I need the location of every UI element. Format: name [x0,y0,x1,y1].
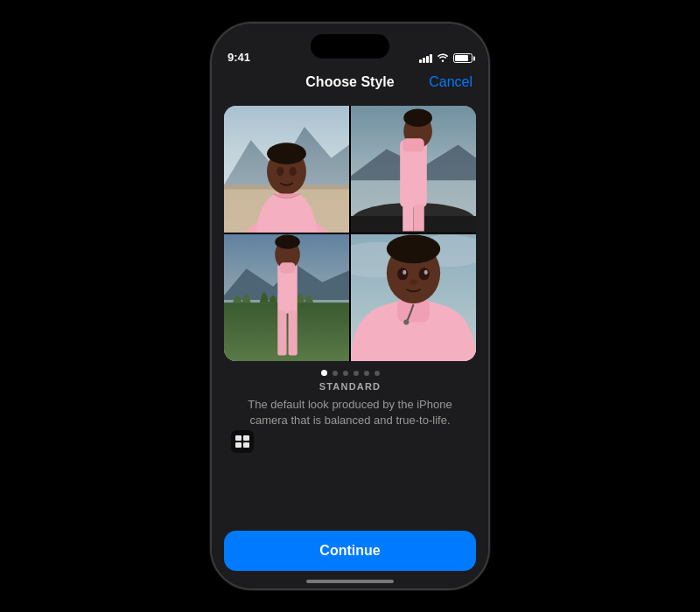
continue-button[interactable]: Continue [224,531,476,571]
svg-rect-16 [402,205,413,232]
phone-frame: 9:41 [210,22,490,590]
photo-grid [224,106,476,361]
dot-4 [354,371,359,376]
wifi-icon [437,52,449,64]
pagination-dots [321,370,380,376]
style-label: STANDARD [319,381,382,392]
svg-rect-27 [279,262,295,273]
content-area: STANDARD The default look produced by th… [212,99,488,524]
dot-1 [321,370,327,376]
svg-point-34 [387,234,440,263]
status-time: 9:41 [228,51,250,64]
phone-screen: 9:41 [212,24,488,588]
svg-rect-17 [414,205,424,232]
svg-point-38 [424,270,428,275]
svg-point-15 [403,109,432,127]
cancel-button[interactable]: Cancel [429,74,472,90]
photo-top-right [351,106,476,233]
dot-3 [343,371,348,376]
home-indicator [306,580,394,583]
nav-bar: Choose Style Cancel [212,67,488,99]
svg-point-7 [276,167,284,176]
photo-bottom-right [351,234,476,361]
dot-2 [332,371,338,376]
dot-6 [374,371,380,376]
status-icons [419,52,472,64]
svg-point-8 [290,167,297,176]
continue-button-area: Continue [212,524,488,588]
nav-title: Choose Style [305,74,394,90]
dot-5 [364,371,369,376]
svg-point-37 [402,270,406,275]
svg-point-36 [419,268,430,280]
svg-rect-18 [402,138,424,151]
dynamic-island [311,34,389,59]
photo-bottom-left [224,234,349,361]
style-description: The default look produced by the iPhone … [224,397,476,428]
svg-point-35 [397,268,408,280]
svg-point-24 [275,234,300,248]
svg-rect-25 [277,310,286,355]
svg-rect-26 [289,310,298,355]
battery-icon [453,53,472,63]
photo-top-left [224,106,349,233]
svg-point-39 [410,280,416,285]
signal-bars-icon [419,54,432,63]
svg-point-40 [403,320,409,325]
battery-fill [455,55,468,61]
svg-point-6 [267,143,306,164]
photo-grid-container [224,106,476,361]
